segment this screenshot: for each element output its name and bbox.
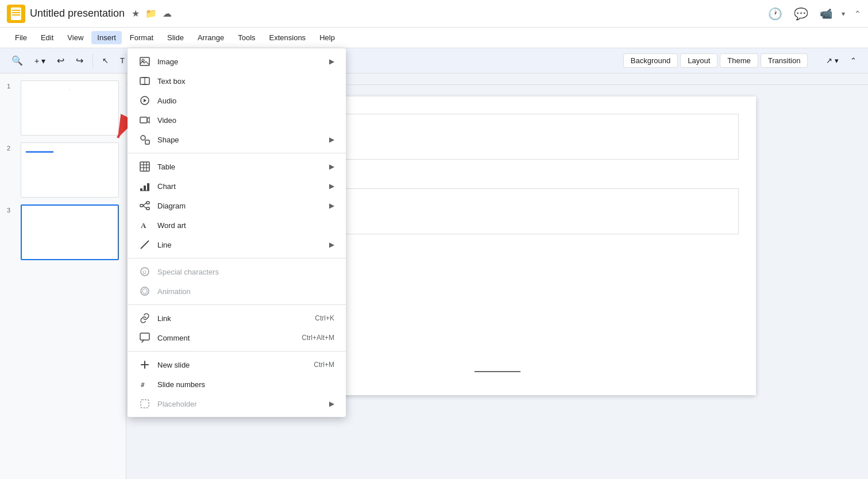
shape-arrow: ▶	[329, 136, 334, 144]
sep-after-line	[128, 258, 346, 258]
app-logo-inner	[11, 7, 21, 20]
slide-thumb-1[interactable]: 1 •	[5, 78, 121, 138]
comments-icon[interactable]: 💬	[794, 7, 808, 21]
new-slide-label: New slide	[157, 361, 307, 369]
insert-wordart-item[interactable]: A Word art	[128, 215, 346, 235]
cursor-btn[interactable]: ↖	[98, 54, 113, 67]
menu-help[interactable]: Help	[314, 31, 341, 44]
svg-rect-7	[140, 117, 147, 123]
chart-arrow: ▶	[329, 182, 334, 190]
image-arrow: ▶	[329, 57, 334, 65]
svg-rect-9	[145, 140, 149, 144]
doc-title[interactable]: Untitled presentation	[30, 7, 125, 20]
slide-preview-3[interactable]	[21, 204, 119, 260]
collapse-icon[interactable]: ⌃	[854, 9, 861, 18]
slide-thumb-2[interactable]: 2	[5, 140, 121, 200]
special-chars-label: Special characters	[157, 268, 334, 276]
svg-rect-16	[144, 186, 146, 191]
svg-rect-21	[146, 207, 149, 210]
audio-icon	[139, 95, 151, 106]
slide-preview-1[interactable]: •	[21, 80, 119, 136]
insert-animation-item[interactable]: Animation	[128, 281, 346, 301]
menu-format[interactable]: Format	[124, 31, 159, 44]
sep-after-animation	[128, 304, 346, 305]
slide-preview-2[interactable]	[21, 142, 119, 198]
app-logo	[7, 5, 25, 23]
insert-chart-item[interactable]: Chart ▶	[128, 176, 346, 196]
insert-image-item[interactable]: Image ▶	[128, 52, 346, 71]
insert-new-slide-item[interactable]: New slide Ctrl+M	[128, 355, 346, 374]
insert-table-item[interactable]: Table ▶	[128, 157, 346, 176]
menu-slide[interactable]: Slide	[161, 31, 190, 44]
link-icon	[139, 312, 151, 324]
animation-label: Animation	[157, 287, 334, 296]
textbox-icon	[139, 75, 151, 87]
image-icon	[139, 56, 151, 67]
insert-slide-numbers-item[interactable]: # Slide numbers	[128, 374, 346, 394]
history-icon[interactable]: 🕐	[768, 7, 782, 21]
svg-rect-33	[141, 400, 149, 408]
insert-audio-item[interactable]: Audio	[128, 91, 346, 110]
comment-shortcut: Ctrl+Alt+M	[302, 334, 334, 342]
insert-diagram-item[interactable]: Diagram ▶	[128, 196, 346, 215]
layout-btn[interactable]: Layout	[680, 53, 717, 68]
comment-label: Comment	[157, 334, 295, 342]
comment-icon	[139, 332, 151, 343]
undo-btn[interactable]: ↩	[52, 53, 69, 68]
svg-line-23	[143, 206, 146, 208]
menu-file[interactable]: File	[9, 31, 33, 44]
redo-btn[interactable]: ↪	[71, 53, 88, 68]
table-arrow: ▶	[329, 163, 334, 171]
slide-numbers-label: Slide numbers	[157, 380, 334, 389]
wordart-icon: A	[139, 219, 151, 231]
menu-extensions[interactable]: Extensions	[264, 31, 312, 44]
menu-arrange[interactable]: Arrange	[192, 31, 230, 44]
title-bar: Untitled presentation ★ 📁 ☁ 🕐 💬 📹 ▾ ⌃	[0, 0, 868, 28]
table-label: Table	[157, 163, 322, 171]
menu-tools[interactable]: Tools	[232, 31, 261, 44]
special-chars-icon: Ω	[139, 266, 151, 277]
theme-btn[interactable]: Theme	[720, 53, 758, 68]
insert-textbox-item[interactable]: Text box	[128, 71, 346, 91]
diagram-arrow: ▶	[329, 202, 334, 210]
pointer-options-btn[interactable]: ↗ ▾	[821, 54, 843, 67]
slide-thumb-3[interactable]: 3	[5, 202, 121, 262]
dropdown-arrow[interactable]: ▾	[842, 10, 845, 18]
svg-rect-29	[140, 333, 149, 340]
insert-comment-item[interactable]: Comment Ctrl+Alt+M	[128, 328, 346, 347]
insert-placeholder-item[interactable]: Placeholder ▶	[128, 394, 346, 414]
chart-icon	[139, 180, 151, 192]
video-icon[interactable]: 📹	[820, 7, 832, 20]
panel-collapse-btn[interactable]: ⌃	[846, 54, 861, 67]
search-btn[interactable]: 🔍	[7, 53, 28, 68]
wordart-label: Word art	[157, 221, 334, 230]
menu-insert[interactable]: Insert	[91, 31, 122, 44]
transition-btn[interactable]: Transition	[761, 53, 808, 68]
placeholder-label: Placeholder	[157, 400, 322, 408]
insert-video-item[interactable]: Video	[128, 110, 346, 130]
star-icon[interactable]: ★	[132, 8, 140, 19]
svg-rect-15	[140, 188, 142, 191]
insert-link-item[interactable]: Link Ctrl+K	[128, 308, 346, 328]
slides-sidebar: 1 • 2 3	[0, 74, 126, 479]
insert-shape-item[interactable]: Shape ▶	[128, 130, 346, 149]
background-btn[interactable]: Background	[623, 53, 678, 68]
slide-num-3: 3	[7, 207, 16, 214]
insert-line-item[interactable]: Line ▶	[128, 235, 346, 254]
insert-special-chars-item[interactable]: Ω Special characters	[128, 262, 346, 281]
svg-point-8	[141, 136, 145, 140]
svg-rect-19	[140, 204, 143, 207]
line-icon	[139, 239, 151, 250]
folder-icon[interactable]: 📁	[145, 8, 157, 19]
zoom-plus-btn[interactable]: + ▾	[30, 54, 50, 68]
menu-edit[interactable]: Edit	[35, 31, 59, 44]
menu-view[interactable]: View	[61, 31, 89, 44]
svg-line-25	[141, 241, 149, 249]
svg-line-22	[143, 203, 146, 206]
slide-numbers-icon: #	[139, 378, 151, 390]
cloud-icon[interactable]: ☁	[163, 8, 172, 19]
animation-icon	[139, 285, 151, 297]
slide-num-2: 2	[7, 145, 16, 152]
menu-bar: File Edit View Insert Format Slide Arran…	[0, 28, 868, 48]
image-label: Image	[157, 57, 322, 66]
